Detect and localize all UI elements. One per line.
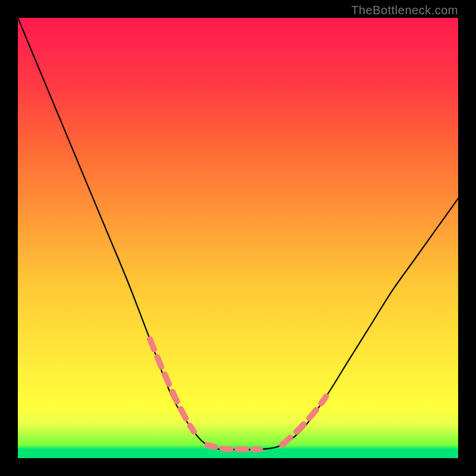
valley-dash-right <box>282 396 326 444</box>
chart-container: TheBottleneck.com <box>0 0 476 476</box>
valley-dash-left <box>150 339 194 431</box>
watermark-text: TheBottleneck.com <box>351 4 458 17</box>
bottleneck-curve-svg <box>18 18 458 458</box>
bottleneck-curve <box>18 18 458 450</box>
valley-dash-bottom <box>207 445 260 449</box>
